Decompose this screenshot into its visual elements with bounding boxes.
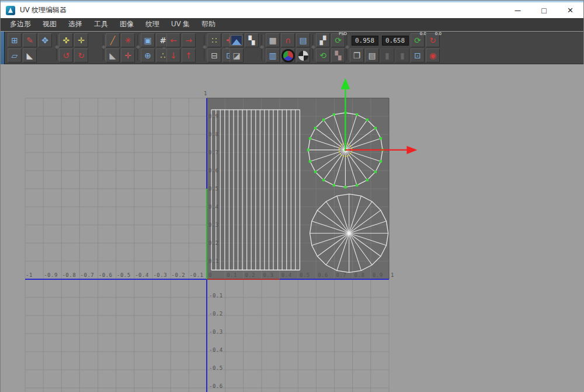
cycle-uvs-button-icon: ◉ bbox=[429, 51, 436, 60]
tile-display-button[interactable]: ▥ bbox=[266, 48, 280, 63]
snap-together-button-icon: ∴ bbox=[161, 51, 166, 60]
flip-v-button[interactable]: ✛ bbox=[74, 33, 88, 47]
u-axis-label: 0.7 bbox=[336, 272, 346, 278]
u-axis-label: -0.4 bbox=[135, 272, 149, 278]
v-axis-label: -0.5 bbox=[209, 365, 223, 371]
u-axis-label: 0.3 bbox=[263, 272, 274, 278]
minimize-button[interactable]: ─ bbox=[505, 2, 531, 18]
selected-uv-vertex bbox=[374, 171, 377, 173]
toolbar-group: ▦∩▤▥ bbox=[266, 33, 311, 63]
toolbar-group: ▚◪ bbox=[230, 33, 260, 63]
u-axis-label: 0.5 bbox=[300, 272, 310, 278]
image-ratio-button[interactable]: ◪ bbox=[230, 48, 244, 63]
uv-editor-viewport[interactable]: -1-0.9-0.8-0.7-0.6-0.5-0.4-0.3-0.2-0.100… bbox=[1, 64, 583, 392]
u-coordinate-field[interactable]: 0.958 bbox=[352, 36, 378, 46]
flip-v-button-icon: ✛ bbox=[78, 36, 85, 44]
u-axis-label: -0.7 bbox=[81, 272, 95, 278]
flip-u-button[interactable]: ✜ bbox=[59, 33, 73, 47]
layout-shells-button[interactable]: ⊕ bbox=[141, 48, 155, 63]
straighten-uv-border-button[interactable]: ◣ bbox=[106, 48, 120, 63]
u-axis-label: 0.2 bbox=[245, 272, 255, 278]
rotate-step-button[interactable]: ↻0.0 bbox=[426, 33, 440, 47]
menu-item-uv-sets[interactable]: UV 集 bbox=[165, 18, 196, 31]
v-coordinate-field[interactable]: 0.658 bbox=[382, 36, 409, 46]
display-image-button[interactable] bbox=[230, 33, 244, 47]
v-axis-label: 0.7 bbox=[208, 150, 219, 155]
layout-uvs-button-icon: ▣ bbox=[144, 36, 151, 44]
rgb-channels-button[interactable] bbox=[281, 48, 295, 63]
menu-item-select[interactable]: 选择 bbox=[62, 18, 88, 31]
paste-v-button: ▮ bbox=[395, 48, 409, 63]
uv-grid-canvas[interactable]: -1-0.9-0.8-0.7-0.6-0.5-0.4-0.3-0.2-0.100… bbox=[1, 64, 584, 392]
selected-uv-vertex bbox=[344, 186, 346, 188]
u-axis-label: 0.1 bbox=[227, 272, 237, 278]
selected-uv-vertex bbox=[356, 184, 358, 186]
copy-uvs-button[interactable]: ❐ bbox=[350, 48, 364, 63]
texel-density-button[interactable]: ▞ bbox=[316, 33, 330, 47]
v-axis-label: -0.2 bbox=[209, 311, 223, 317]
menu-item-view[interactable]: 视图 bbox=[37, 18, 62, 31]
v-axis-label: 0.5 bbox=[208, 186, 219, 192]
texel-density-button-icon: ▞ bbox=[320, 36, 326, 44]
menu-item-image[interactable]: 图像 bbox=[114, 18, 140, 31]
uv-snapshot-button-icon: ▚ bbox=[335, 51, 342, 60]
uv-lattice-deform-tool[interactable]: ▱ bbox=[8, 48, 22, 63]
select-contained-faces-button[interactable]: ∷ bbox=[207, 33, 221, 47]
align-v-min-button[interactable]: ↓ bbox=[166, 48, 180, 63]
move-uv-shell-tool-icon: ✥ bbox=[41, 36, 48, 44]
refresh-image-button[interactable]: ⟲ bbox=[316, 48, 330, 63]
align-v-max-button[interactable]: ↑ bbox=[182, 48, 196, 63]
copy-uvs-button-icon: ❐ bbox=[353, 51, 361, 60]
toolbar-group: ▞⟳PSD⟲▚ bbox=[316, 33, 346, 63]
cycle-uvs-button[interactable]: ◉ bbox=[426, 48, 440, 63]
uv-smudge-tool[interactable]: ✎ bbox=[23, 33, 37, 47]
dim-image-button[interactable]: ▚ bbox=[245, 33, 259, 47]
align-u-min-button[interactable]: ← bbox=[166, 33, 180, 47]
view-container-button[interactable]: ▤ bbox=[296, 33, 310, 47]
move-uv-button[interactable]: ✛ bbox=[121, 48, 135, 63]
grid-uvs-button-icon: # bbox=[159, 36, 166, 44]
selected-uv-vertex bbox=[380, 137, 382, 140]
copy-shell-button[interactable]: ⊡ bbox=[411, 48, 425, 63]
u-axis-label: -0.5 bbox=[117, 272, 131, 278]
cut-uv-edges-button[interactable]: ╱ bbox=[106, 33, 120, 47]
update-psd-button-value-label: PSD bbox=[339, 32, 347, 36]
selected-uv-vertex bbox=[380, 160, 382, 162]
menu-item-help[interactable]: 帮助 bbox=[196, 18, 221, 31]
refresh-coords-button[interactable]: ⟳0.0 bbox=[411, 33, 425, 47]
alpha-channels-button[interactable] bbox=[296, 48, 310, 63]
rotate-cw-button[interactable]: ↻ bbox=[74, 48, 88, 63]
magnet-snap-button[interactable]: ∩ bbox=[281, 33, 295, 47]
close-button[interactable]: × bbox=[557, 2, 583, 18]
v-axis-label: 0.9 bbox=[208, 113, 219, 119]
select-shortest-path-tool[interactable]: ◣ bbox=[23, 48, 37, 63]
menu-item-texture[interactable]: 纹理 bbox=[140, 18, 165, 31]
paste-uvs-button[interactable]: ▤ bbox=[365, 48, 379, 63]
view-container-button-icon: ▤ bbox=[299, 36, 307, 44]
toolbar-group: ⊞✎✥▱◣ bbox=[8, 33, 53, 63]
selected-uv-vertex bbox=[314, 127, 317, 129]
update-psd-button[interactable]: ⟳PSD bbox=[331, 33, 345, 47]
layout-uvs-button[interactable]: ▣ bbox=[141, 33, 155, 47]
titlebar[interactable]: UV 纹理编辑器 ─ □ × bbox=[1, 2, 583, 18]
selected-uv-vertex bbox=[307, 148, 310, 151]
unfold-uvs-button-icon: ✳ bbox=[124, 36, 131, 44]
rotate-ccw-button-icon: ↺ bbox=[62, 51, 69, 60]
magnet-snap-button-icon: ∩ bbox=[285, 36, 291, 44]
rotate-step-button-icon: ↻ bbox=[429, 36, 436, 44]
pixel-snap-button[interactable]: ▦ bbox=[266, 33, 280, 47]
uv-texture-editor-window: UV 纹理编辑器 ─ □ × 多边形视图选择工具图像纹理UV 集帮助 ⊞✎✥▱◣… bbox=[0, 0, 584, 392]
rotate-ccw-button[interactable]: ↺ bbox=[59, 48, 73, 63]
uv-lattice-tool[interactable]: ⊞ bbox=[8, 33, 22, 47]
selected-uv-vertex bbox=[314, 171, 317, 173]
uv-snapshot-button[interactable]: ▚ bbox=[331, 48, 345, 63]
maximize-button[interactable]: □ bbox=[531, 2, 557, 18]
menu-item-polygons[interactable]: 多边形 bbox=[4, 18, 37, 31]
align-u-max-button[interactable]: → bbox=[182, 33, 196, 47]
move-uv-shell-tool[interactable]: ✥ bbox=[38, 33, 52, 47]
menu-item-tool[interactable]: 工具 bbox=[88, 18, 114, 31]
unfold-uvs-button[interactable]: ✳ bbox=[121, 33, 135, 47]
shrink-selection-button[interactable]: ⊟ bbox=[207, 48, 221, 63]
v-axis-label: -0.4 bbox=[209, 347, 223, 353]
v-axis-label: 0.4 bbox=[208, 204, 219, 210]
